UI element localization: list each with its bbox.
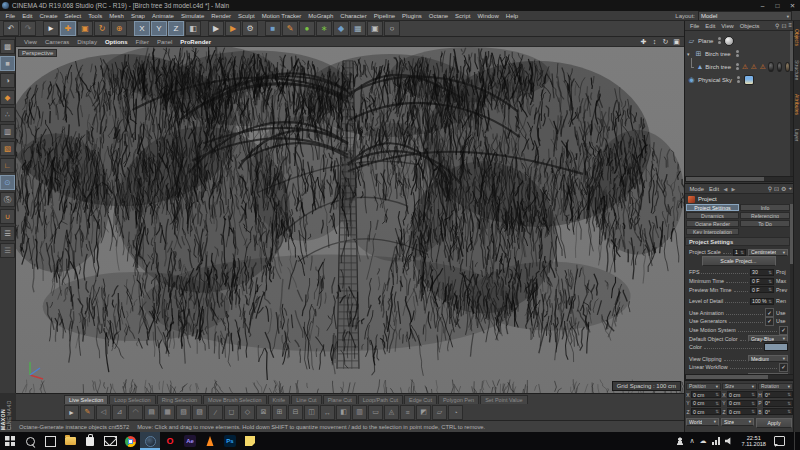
modeling-tool-icon[interactable]: ▱ — [432, 405, 447, 420]
sky-tag-icon[interactable] — [744, 75, 754, 85]
make-editable-icon[interactable]: ▩ — [0, 39, 15, 54]
object-manager-hscrollbar[interactable] — [685, 176, 794, 182]
viewport-menu-view[interactable]: View — [20, 39, 41, 45]
attribute-section-header[interactable]: Project Settings — [685, 237, 790, 246]
render-view-icon[interactable]: ▶ — [208, 21, 224, 36]
editor-visibility-dot[interactable] — [718, 37, 721, 40]
om-menu-edit[interactable]: Edit — [702, 23, 718, 29]
menu-mograph[interactable]: MoGraph — [305, 13, 337, 19]
layout-dropdown[interactable]: Model ▾ — [698, 11, 792, 21]
position-x-field[interactable]: 0 cm⇅ — [691, 391, 721, 398]
modeling-tool-icon[interactable]: ⊠ — [256, 405, 271, 420]
stepper-icon[interactable]: ⇅ — [740, 250, 744, 255]
size-y-field[interactable]: 0 cm⇅ — [727, 400, 757, 407]
stepper-icon[interactable]: ⇅ — [751, 401, 755, 406]
object-row-birch-tree[interactable]: ▲Birch tree⚠⚠⚠ — [685, 60, 790, 73]
object-row-birch-tree[interactable]: ▾⊞Birch tree — [685, 47, 790, 60]
menu-tools[interactable]: Tools — [85, 13, 106, 19]
settings-icon[interactable]: ⚙ — [781, 185, 786, 192]
editor-visibility-dot[interactable] — [736, 63, 739, 66]
move-icon[interactable]: ✚ — [60, 21, 76, 36]
add-cube-icon[interactable]: ■ — [265, 21, 281, 36]
modeling-tool-icon[interactable]: ≡ — [400, 405, 415, 420]
palette-tab-edge-cut[interactable]: Edge Cut — [404, 395, 437, 404]
volume-tray-button[interactable] — [725, 437, 734, 445]
modeling-tool-icon[interactable]: ◠ — [128, 405, 143, 420]
position-y-field[interactable]: 0 cm⇅ — [691, 400, 721, 407]
menu-motion-tracker[interactable]: Motion Tracker — [258, 13, 305, 19]
menu-help[interactable]: Help — [502, 13, 521, 19]
people-tray-button[interactable] — [676, 437, 684, 445]
add-camera-icon[interactable]: ▣ — [367, 21, 383, 36]
stepper-icon[interactable]: ⇅ — [768, 287, 772, 292]
apply-button[interactable]: Apply — [756, 418, 792, 428]
menu-mesh[interactable]: Mesh — [106, 13, 128, 19]
use-generators-checkbox[interactable]: ✓ — [765, 317, 774, 326]
view-clipping-dropdown[interactable]: Medium▾ — [748, 355, 788, 362]
toggle-view-icon[interactable]: ▣ — [672, 38, 681, 46]
viewport-menu-panel[interactable]: Panel — [153, 39, 176, 45]
undo-icon[interactable]: ↶ — [3, 21, 19, 36]
stepper-icon[interactable]: ⇅ — [715, 409, 719, 414]
add-light-icon[interactable]: ○ — [384, 21, 400, 36]
viewport-canvas[interactable] — [16, 47, 684, 393]
add-spline-icon[interactable]: ✎ — [282, 21, 298, 36]
project-scale-field[interactable]: 1⇅ — [733, 249, 746, 256]
camera-label[interactable]: Perspective — [18, 49, 57, 57]
modeling-tool-icon[interactable]: ⊿ — [112, 405, 127, 420]
material-thumbnail[interactable] — [777, 62, 782, 72]
redo-icon[interactable]: ↷ — [20, 21, 36, 36]
viewport-menu-cameras[interactable]: Cameras — [41, 39, 73, 45]
file-explorer-taskbar-button[interactable] — [60, 432, 80, 450]
viewport-menu-filter[interactable]: Filter — [132, 39, 153, 45]
viewport-menu-prorender[interactable]: ProRender — [176, 39, 215, 45]
workplane-lock-icon[interactable]: ☰ — [0, 226, 15, 241]
dock-tab-layer[interactable]: Layer — [794, 129, 800, 142]
dock-tab-attributes[interactable]: Attributes — [794, 94, 800, 115]
modeling-tool-icon[interactable]: ↔ — [320, 405, 335, 420]
texture-mode-icon[interactable]: ◑ — [0, 73, 15, 88]
edges-mode-icon[interactable]: ▥ — [0, 124, 15, 139]
attribute-tab-to-do[interactable]: To Do — [740, 220, 790, 227]
am-menu-edit[interactable]: Edit — [707, 186, 722, 192]
menu-script[interactable]: Script — [452, 13, 474, 19]
default-object-color-dropdown[interactable]: Gray-Blue▾ — [748, 335, 788, 342]
modeling-tool-icon[interactable]: ▥ — [352, 405, 367, 420]
x-axis-lock-icon[interactable]: X — [134, 21, 150, 36]
attribute-tab-octane-render[interactable]: Octane Render — [686, 220, 739, 227]
history-back-icon[interactable]: ◀ — [722, 186, 730, 192]
mail-taskbar-button[interactable] — [100, 432, 120, 450]
axis-mode-icon[interactable]: ∟ — [0, 158, 15, 173]
sticky-notes-taskbar-button[interactable] — [240, 432, 260, 450]
attribute-tab-referencing[interactable]: Referencing — [740, 212, 790, 219]
om-menu-file[interactable]: File — [687, 23, 702, 29]
palette-tab-set-point-value[interactable]: Set Point Value — [480, 395, 528, 404]
stepper-icon[interactable]: ⇅ — [787, 401, 791, 406]
search-icon[interactable]: ⚲ — [768, 185, 772, 192]
add-mograph-icon[interactable]: ∗ — [316, 21, 332, 36]
action-center-button[interactable] — [774, 436, 785, 446]
y-axis-lock-icon[interactable]: Y — [151, 21, 167, 36]
palette-tab-move-brush-selection[interactable]: Move Brush Selection — [203, 395, 267, 404]
scale-icon[interactable]: ▣ — [77, 21, 93, 36]
menu-character[interactable]: Character — [337, 13, 370, 19]
stepper-icon[interactable]: ⇅ — [751, 392, 755, 397]
close-button[interactable]: ✕ — [785, 0, 800, 11]
menu-select[interactable]: Select — [61, 13, 85, 19]
palette-tab-polygon-pen[interactable]: Polygon Pen — [438, 395, 479, 404]
palette-tab-loop-selection[interactable]: Loop Selection — [109, 395, 155, 404]
menu-octane[interactable]: Octane — [425, 13, 451, 19]
modeling-tool-icon[interactable]: ► — [64, 405, 79, 420]
viewport-menu-options[interactable]: Options — [101, 39, 132, 45]
linear-workflow-checkbox[interactable]: ✓ — [779, 363, 788, 372]
search-taskbar-button[interactable] — [20, 432, 40, 450]
preview-min-time-field[interactable]: 0 F⇅ — [750, 286, 774, 293]
menu-plugins[interactable]: Plugins — [399, 13, 426, 19]
dock-tab-structure[interactable]: Structure — [794, 60, 800, 80]
attribute-tab-project-settings[interactable]: Project Settings — [686, 204, 739, 211]
viewport[interactable]: ViewCamerasDisplayOptionsFilterPanelProR… — [16, 37, 684, 393]
z-axis-lock-icon[interactable]: Z — [168, 21, 184, 36]
taskbar-clock[interactable]: 22:51 7.11.2018 — [742, 435, 766, 448]
rotation-p-field[interactable]: 0°⇅ — [763, 400, 793, 407]
scale-project-button[interactable]: Scale Project... — [702, 256, 776, 266]
